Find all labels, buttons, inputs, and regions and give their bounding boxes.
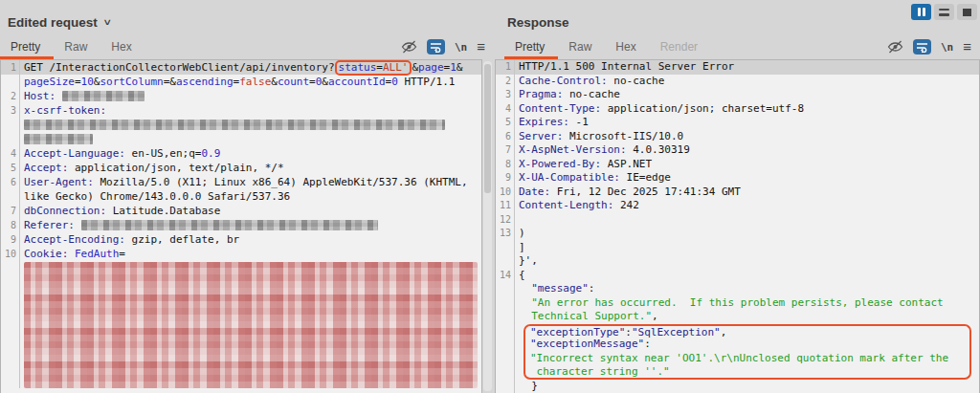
- request-scrollbar[interactable]: [483, 61, 492, 391]
- request-code-line[interactable]: 8Referer:: [1, 218, 481, 232]
- request-code-line[interactable]: 3x-csrf-token:: [1, 103, 481, 118]
- request-code-line[interactable]: [1, 118, 481, 132]
- response-code-line[interactable]: 12: [496, 213, 979, 228]
- response-code-line[interactable]: 9X-UA-Compatible: IE=edge: [496, 171, 979, 186]
- layout-horizontal-split-button[interactable]: [934, 4, 954, 20]
- code-segment: &: [271, 76, 278, 88]
- editor-menu-icon[interactable]: ≡: [963, 41, 971, 53]
- word-wrap-icon[interactable]: [913, 39, 931, 55]
- response-code-line[interactable]: 4Content-Type: application/json; charset…: [496, 102, 979, 117]
- response-code-line[interactable]: "An error has occurred. If this problem …: [496, 296, 979, 311]
- hide-matches-eye-icon[interactable]: [401, 40, 417, 54]
- code-content: dbConnection: Latitude.Database: [20, 204, 220, 218]
- code-content: }',: [515, 254, 538, 269]
- request-code-line[interactable]: 6User-Agent: Mozilla/5.0 (X11; Linux x86…: [1, 175, 481, 189]
- layout-vertical-split-button[interactable]: [911, 4, 931, 20]
- code-content: Expires: -1: [515, 116, 589, 130]
- code-segment: IE=edge: [620, 171, 671, 184]
- code-segment: application/json; charset=utf-8: [601, 102, 804, 115]
- response-code-line[interactable]: "Incorrect syntax near 'OO1'.\r\nUnclose…: [496, 352, 979, 366]
- scrollbar-thumb[interactable]: [484, 64, 491, 193]
- request-editor[interactable]: 1GET /InteractionCollectorWebClient/api/…: [0, 59, 482, 393]
- code-content: pageSize=10&sortColumn=&ascending=false&…: [20, 75, 455, 89]
- code-segment: [519, 310, 531, 322]
- response-code-line[interactable]: "exceptionMessage":: [496, 338, 979, 352]
- response-editor[interactable]: 1HTTP/1.1 500 Internal Server Error2Cach…: [495, 59, 980, 393]
- response-code-line[interactable]: 2Cache-Control: no-cache: [496, 75, 979, 89]
- tab-hex[interactable]: Hex: [100, 36, 145, 59]
- line-number: 8: [496, 158, 515, 172]
- code-segment: :: [625, 326, 632, 338]
- code-segment: X-UA-Compatible:: [519, 171, 620, 184]
- response-code-line[interactable]: "message":: [496, 282, 979, 296]
- request-title-dropdown[interactable]: Edited request ∨: [8, 12, 110, 32]
- response-code-line[interactable]: "exceptionType":"SqlException",: [496, 324, 979, 338]
- editor-menu-icon[interactable]: ≡: [477, 41, 485, 53]
- request-code-line[interactable]: pageSize=10&sortColumn=&ascending=false&…: [1, 75, 481, 89]
- error-highlight-box-line: "exceptionType":"SqlException",: [523, 324, 971, 338]
- word-wrap-icon[interactable]: [427, 39, 445, 55]
- code-segment: Technical Support.": [531, 310, 652, 322]
- request-code-line[interactable]: 9Accept-Encoding: gzip, deflate, br: [1, 232, 481, 247]
- request-code-line[interactable]: 7dbConnection: Latitude.Database: [1, 204, 481, 218]
- tab-pretty[interactable]: Pretty: [504, 36, 558, 59]
- request-code-line[interactable]: 1GET /InteractionCollectorWebClient/api/…: [1, 60, 481, 75]
- code-segment: no-cache: [563, 88, 620, 100]
- request-code-line[interactable]: 2Host:: [1, 89, 481, 103]
- show-newlines-icon[interactable]: \n: [455, 41, 467, 54]
- line-number: 4: [1, 146, 20, 161]
- response-code-line[interactable]: 5Expires: -1: [496, 116, 979, 130]
- code-segment: User-Agent:: [24, 176, 94, 188]
- response-code-line[interactable]: character string ''.": [496, 365, 979, 380]
- code-segment: &: [457, 61, 463, 74]
- code-segment: 242: [613, 199, 639, 211]
- response-code-line[interactable]: 10Date: Fri, 12 Dec 2025 17:41:34 GMT: [496, 186, 979, 200]
- response-code-line[interactable]: 1HTTP/1.1 500 Internal Server Error: [496, 60, 979, 75]
- request-code-line[interactable]: 10Cookie: FedAuth=: [1, 247, 481, 261]
- request-code-line[interactable]: [1, 261, 481, 388]
- response-code-line[interactable]: ]: [496, 241, 979, 255]
- request-code-line[interactable]: 5Accept: application/json, text/plain, *…: [1, 161, 481, 175]
- response-code-line[interactable]: 14{: [496, 269, 979, 283]
- response-code-line[interactable]: 8X-Powered-By: ASP.NET: [496, 158, 979, 172]
- line-number: 6: [496, 130, 515, 144]
- code-segment: Accept-Encoding:: [24, 233, 125, 246]
- tab-hex[interactable]: Hex: [605, 36, 649, 59]
- code-content: "An error has occurred. If this problem …: [515, 296, 944, 311]
- code-content: [20, 132, 93, 146]
- response-code-line[interactable]: 7X-AspNet-Version: 4.0.30319: [496, 143, 979, 158]
- code-content: like Gecko) Chrome/143.0.0.0 Safari/537.…: [20, 189, 290, 204]
- request-code-line[interactable]: [1, 132, 481, 146]
- tab-raw[interactable]: Raw: [54, 36, 100, 59]
- response-code-line[interactable]: 13): [496, 227, 979, 241]
- code-content: Host:: [20, 89, 145, 103]
- request-code-line[interactable]: like Gecko) Chrome/143.0.0.0 Safari/537.…: [1, 189, 481, 204]
- layout-single-view-button[interactable]: [957, 4, 977, 20]
- code-segment: ascending: [176, 76, 234, 88]
- response-code-line[interactable]: Technical Support.",: [496, 310, 979, 324]
- response-code-line[interactable]: }: [496, 380, 979, 393]
- line-number: 13: [496, 227, 515, 241]
- line-number: [496, 380, 515, 393]
- request-code-line[interactable]: 4Accept-Language: en-US,en;q=0.9: [1, 146, 481, 161]
- code-content: Accept-Encoding: gzip, deflate, br: [20, 232, 239, 247]
- code-content: Content-Length: 242: [515, 199, 639, 213]
- code-segment: Latitude.Database: [106, 205, 220, 217]
- line-number: 12: [496, 213, 515, 228]
- tab-pretty[interactable]: Pretty: [0, 36, 54, 59]
- stacked-rows-icon: [939, 9, 949, 16]
- code-segment: Server:: [519, 130, 563, 142]
- code-segment: dbConnection:: [24, 205, 106, 217]
- response-code-line[interactable]: }',: [496, 254, 979, 269]
- response-code-line[interactable]: 11Content-Length: 242: [496, 199, 979, 213]
- error-highlight-box-line: "Incorrect syntax near 'OO1'.\r\nUnclose…: [523, 352, 971, 366]
- code-segment: pageSize: [24, 76, 75, 88]
- tab-raw[interactable]: Raw: [558, 36, 605, 59]
- response-code-line[interactable]: 6Server: Microsoft-IIS/10.0: [496, 130, 979, 144]
- response-code-line[interactable]: 3Pragma: no-cache: [496, 88, 979, 102]
- code-segment: ): [519, 227, 525, 239]
- chevron-down-icon: ∨: [102, 17, 112, 27]
- code-content: {: [515, 269, 525, 283]
- hide-matches-eye-icon[interactable]: [887, 40, 903, 54]
- show-newlines-icon[interactable]: \n: [941, 41, 953, 54]
